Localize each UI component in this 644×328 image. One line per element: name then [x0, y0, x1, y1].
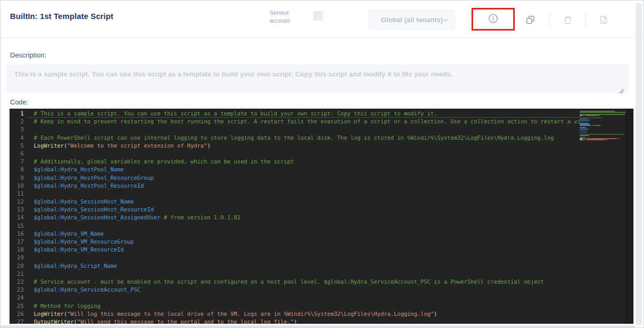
code-line: 16$global:Hydra_VM_Name — [9, 230, 580, 238]
code-label: Code: — [10, 98, 28, 106]
page-scrollbar[interactable] — [636, 3, 642, 325]
code-line: 6 — [9, 150, 580, 158]
toolbar-divider — [549, 13, 550, 27]
code-line: 10$global:Hydra_HostPool_ResourceId — [9, 182, 580, 190]
code-line: 17$global:Hydra_VM_ResourceGroup — [9, 238, 580, 246]
description-label: Description: — [10, 51, 46, 59]
code-line: 20$global:Hydra_Script_Name — [9, 262, 580, 270]
code-line: 1# This is a sample script. You can use … — [9, 110, 580, 118]
resize-grip-icon[interactable] — [619, 86, 624, 92]
code-line: 11 — [9, 190, 580, 198]
code-line: 22# Service account - must be enabled on… — [9, 278, 580, 286]
info-button[interactable] — [486, 13, 500, 26]
chevron-down-icon — [443, 17, 449, 23]
code-line: 8$global:Hydra_HostPool_Name — [9, 166, 580, 173]
copy-button[interactable] — [524, 15, 536, 26]
code-line: 2# Keep in mind to prevent restarting th… — [9, 118, 580, 126]
trash-icon — [563, 15, 573, 26]
code-line: 19 — [9, 254, 580, 262]
save-button[interactable] — [598, 15, 609, 26]
info-button-highlight — [472, 8, 515, 31]
page-title: BuiltIn: 1st Template Script — [10, 12, 113, 21]
minimap-line — [580, 112, 626, 113]
service-account-checkbox[interactable] — [313, 11, 323, 21]
toolbar-divider — [585, 13, 586, 27]
script-editor-window: BuiltIn: 1st Template Script Service acc… — [0, 0, 644, 328]
header-divider — [1, 37, 643, 38]
delete-button[interactable] — [562, 15, 573, 26]
description-textarea[interactable]: This is a sample script. You can use thi… — [6, 64, 629, 93]
code-lines: 1# This is a sample script. You can use … — [9, 110, 580, 324]
minimap-line — [580, 139, 626, 140]
code-line: 13$global:Hydra_SessionHost_ResourceId — [9, 206, 580, 214]
code-line: 5LogWriter("Welcome to the script extens… — [9, 142, 580, 150]
code-line: 24 — [9, 294, 580, 302]
editor-minimap[interactable] — [580, 109, 626, 324]
code-line: 15 — [9, 222, 580, 230]
code-line: 7# Additionally, global variables are pr… — [9, 158, 580, 166]
code-line: 14$global:Hydra_SessionHost_AssignedUser… — [9, 214, 580, 221]
code-line: 23$global:Hydra_ServiceAccount_PSC — [9, 286, 580, 294]
info-circle-icon — [487, 18, 499, 26]
card-bottom-edge — [1, 325, 635, 327]
copy-icon — [525, 15, 535, 26]
service-account-label: Service account — [270, 9, 300, 25]
code-line: 18$global:Hydra_VM_ResourceId — [9, 246, 580, 254]
editor-scrollbar[interactable] — [626, 109, 633, 324]
save-icon — [599, 15, 609, 26]
code-line: 12$global:Hydra_SessionHost_Name — [9, 198, 580, 206]
code-line: 9$global:Hydra_HostPool_ResourceGroup — [9, 174, 580, 182]
code-line: 27OutputWriter("Will send this message t… — [9, 318, 580, 324]
code-line: 3 — [9, 126, 580, 133]
code-line: 21 — [9, 270, 580, 278]
code-line: 4# Each PowerShell script can use intern… — [9, 134, 580, 142]
code-line: 26LogWriter("Will log this message to th… — [9, 310, 580, 318]
code-editor[interactable]: 1# This is a sample script. You can use … — [9, 109, 633, 324]
code-line: 25# Method for logging — [9, 302, 580, 310]
tenant-dropdown-value: Global (all tenants) — [381, 16, 443, 24]
tenant-dropdown[interactable]: Global (all tenants) — [369, 9, 455, 30]
